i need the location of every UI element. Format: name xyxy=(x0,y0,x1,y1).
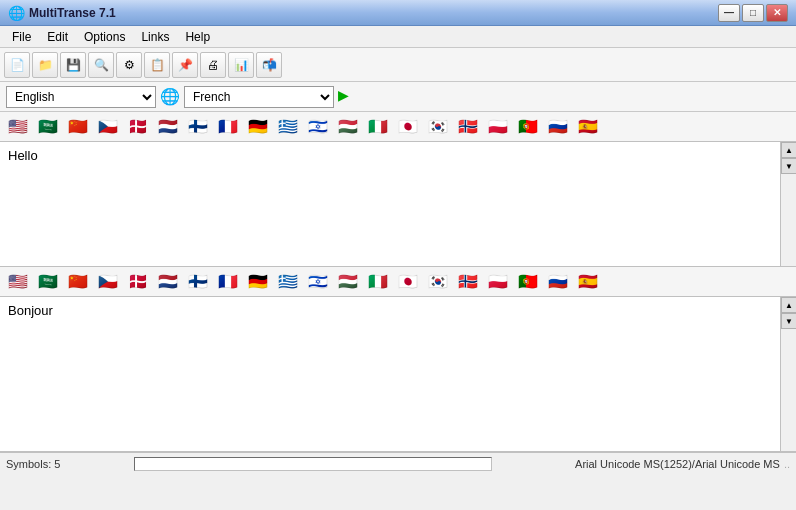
target-scrollbar[interactable]: ▲ ▼ xyxy=(780,297,796,451)
flag-es[interactable]: 🇪🇸 xyxy=(574,272,602,292)
target-flag-bar: 🇺🇸🇸🇦🇨🇳🇨🇿🇩🇰🇳🇱🇫🇮🇫🇷🇩🇪🇬🇷🇮🇱🇭🇺🇮🇹🇯🇵🇰🇷🇳🇴🇵🇱🇵🇹🇷🇺🇪🇸 xyxy=(0,267,796,297)
flag-cz[interactable]: 🇨🇿 xyxy=(94,117,122,137)
window-title: MultiTranse 7.1 xyxy=(29,6,116,20)
target-language-select[interactable]: French xyxy=(184,86,334,108)
flag-ar[interactable]: 🇸🇦 xyxy=(34,117,62,137)
flag-hu[interactable]: 🇭🇺 xyxy=(334,117,362,137)
status-bar: Symbols: 5 Arial Unicode MS(1252)/Arial … xyxy=(0,452,796,474)
toolbar-btn-3[interactable]: 🔍 xyxy=(88,52,114,78)
flag-ru[interactable]: 🇷🇺 xyxy=(544,117,572,137)
app-icon: 🌐 xyxy=(8,5,24,21)
scroll-down-arrow[interactable]: ▼ xyxy=(781,158,796,174)
menu-bar: FileEditOptionsLinksHelp xyxy=(0,26,796,48)
flag-pl[interactable]: 🇵🇱 xyxy=(484,272,512,292)
close-button[interactable]: ✕ xyxy=(766,4,788,22)
source-pane: ▲ ▼ xyxy=(0,142,796,267)
toolbar-btn-2[interactable]: 💾 xyxy=(60,52,86,78)
flag-kr[interactable]: 🇰🇷 xyxy=(424,117,452,137)
toolbar-btn-1[interactable]: 📁 xyxy=(32,52,58,78)
toolbar: 📄📁💾🔍⚙📋📌🖨📊📬 xyxy=(0,48,796,82)
source-text-input[interactable] xyxy=(0,142,780,266)
flag-es[interactable]: 🇪🇸 xyxy=(574,117,602,137)
flag-us[interactable]: 🇺🇸 xyxy=(4,117,32,137)
toolbar-btn-6[interactable]: 📌 xyxy=(172,52,198,78)
flag-jp[interactable]: 🇯🇵 xyxy=(394,117,422,137)
toolbar-btn-5[interactable]: 📋 xyxy=(144,52,170,78)
flag-pt[interactable]: 🇵🇹 xyxy=(514,117,542,137)
flag-dk[interactable]: 🇩🇰 xyxy=(124,117,152,137)
toolbar-btn-0[interactable]: 📄 xyxy=(4,52,30,78)
menu-item-options[interactable]: Options xyxy=(76,28,133,46)
flag-nl[interactable]: 🇳🇱 xyxy=(154,272,182,292)
flag-fi[interactable]: 🇫🇮 xyxy=(184,117,212,137)
translate-button[interactable]: ▶ xyxy=(338,87,358,107)
flag-nl[interactable]: 🇳🇱 xyxy=(154,117,182,137)
symbols-count: Symbols: 5 xyxy=(6,458,126,470)
menu-item-file[interactable]: File xyxy=(4,28,39,46)
globe-icon: 🌐 xyxy=(160,87,180,107)
flag-no[interactable]: 🇳🇴 xyxy=(454,117,482,137)
title-bar: 🌐 MultiTranse 7.1 — □ ✕ xyxy=(0,0,796,26)
flag-dk[interactable]: 🇩🇰 xyxy=(124,272,152,292)
minimize-button[interactable]: — xyxy=(718,4,740,22)
flag-hu[interactable]: 🇭🇺 xyxy=(334,272,362,292)
flag-fi[interactable]: 🇫🇮 xyxy=(184,272,212,292)
target-pane: ▲ ▼ xyxy=(0,297,796,452)
scroll-up-arrow[interactable]: ▲ xyxy=(781,142,796,158)
target-scroll-down-arrow[interactable]: ▼ xyxy=(781,313,796,329)
target-scroll-up-arrow[interactable]: ▲ xyxy=(781,297,796,313)
flag-gr[interactable]: 🇬🇷 xyxy=(274,117,302,137)
flag-kr[interactable]: 🇰🇷 xyxy=(424,272,452,292)
source-flag-bar: 🇺🇸🇸🇦🇨🇳🇨🇿🇩🇰🇳🇱🇫🇮🇫🇷🇩🇪🇬🇷🇮🇱🇭🇺🇮🇹🇯🇵🇰🇷🇳🇴🇵🇱🇵🇹🇷🇺🇪🇸 xyxy=(0,112,796,142)
maximize-button[interactable]: □ xyxy=(742,4,764,22)
flag-fr[interactable]: 🇫🇷 xyxy=(214,272,242,292)
toolbar-btn-7[interactable]: 🖨 xyxy=(200,52,226,78)
flag-de[interactable]: 🇩🇪 xyxy=(244,117,272,137)
flag-no[interactable]: 🇳🇴 xyxy=(454,272,482,292)
language-bar: English 🌐 French ▶ xyxy=(0,82,796,112)
toolbar-btn-8[interactable]: 📊 xyxy=(228,52,254,78)
font-info: Arial Unicode MS(1252)/Arial Unicode MS xyxy=(500,458,780,470)
flag-il[interactable]: 🇮🇱 xyxy=(304,117,332,137)
flag-pl[interactable]: 🇵🇱 xyxy=(484,117,512,137)
flag-gr[interactable]: 🇬🇷 xyxy=(274,272,302,292)
flag-cz[interactable]: 🇨🇿 xyxy=(94,272,122,292)
flag-de[interactable]: 🇩🇪 xyxy=(244,272,272,292)
flag-pt[interactable]: 🇵🇹 xyxy=(514,272,542,292)
flag-il[interactable]: 🇮🇱 xyxy=(304,272,332,292)
toolbar-btn-4[interactable]: ⚙ xyxy=(116,52,142,78)
flag-it[interactable]: 🇮🇹 xyxy=(364,272,392,292)
toolbar-btn-9[interactable]: 📬 xyxy=(256,52,282,78)
window-controls: — □ ✕ xyxy=(718,4,788,22)
flag-jp[interactable]: 🇯🇵 xyxy=(394,272,422,292)
flag-it[interactable]: 🇮🇹 xyxy=(364,117,392,137)
menu-item-help[interactable]: Help xyxy=(177,28,218,46)
flag-fr[interactable]: 🇫🇷 xyxy=(214,117,242,137)
target-text-input[interactable] xyxy=(0,297,780,451)
progress-bar xyxy=(134,457,492,471)
flag-cn[interactable]: 🇨🇳 xyxy=(64,117,92,137)
flag-cn[interactable]: 🇨🇳 xyxy=(64,272,92,292)
menu-item-edit[interactable]: Edit xyxy=(39,28,76,46)
source-scrollbar[interactable]: ▲ ▼ xyxy=(780,142,796,266)
source-language-select[interactable]: English xyxy=(6,86,156,108)
flag-ar[interactable]: 🇸🇦 xyxy=(34,272,62,292)
status-dots: .. xyxy=(784,458,790,470)
menu-item-links[interactable]: Links xyxy=(133,28,177,46)
flag-ru[interactable]: 🇷🇺 xyxy=(544,272,572,292)
flag-us[interactable]: 🇺🇸 xyxy=(4,272,32,292)
